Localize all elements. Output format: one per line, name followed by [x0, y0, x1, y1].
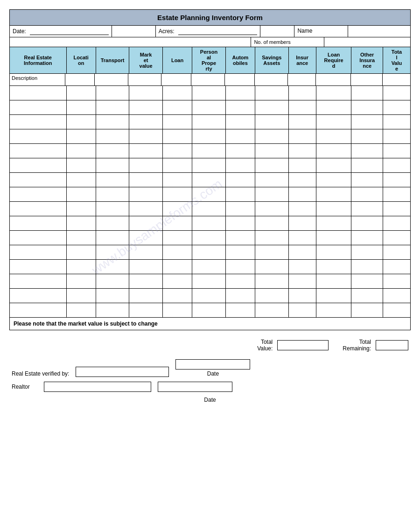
- cell-mktval: [129, 289, 163, 303]
- verified-date-input[interactable]: [175, 359, 250, 370]
- cell-otherins: [351, 187, 383, 201]
- cell-trans: [96, 274, 130, 288]
- cell-personal: [192, 260, 226, 274]
- total-remaining-input[interactable]: [376, 340, 408, 350]
- realtor-input[interactable]: [44, 382, 151, 392]
- cell-ins: [289, 86, 316, 100]
- cell-re: [10, 115, 67, 129]
- acres-label: Acres:: [159, 28, 175, 35]
- cell-total: [383, 231, 410, 245]
- cell-savings: [255, 100, 289, 114]
- note-row: Please note that the market value is sub…: [10, 317, 410, 330]
- spacer-cell: [10, 37, 251, 47]
- cell-otherins: [351, 115, 383, 129]
- cell-re: [10, 274, 67, 288]
- cell-ins: [289, 260, 316, 274]
- cell-ins: [289, 216, 316, 230]
- verified-date-group: Date: [175, 359, 250, 377]
- cell-otherins: [351, 274, 383, 288]
- cell-loan: [163, 245, 192, 259]
- date-input[interactable]: [30, 28, 109, 35]
- cell-re: [10, 231, 67, 245]
- cell-mktval: [129, 86, 163, 100]
- cell-loan: [163, 129, 192, 143]
- name-label: Name: [297, 28, 312, 34]
- verified-input[interactable]: [76, 367, 169, 377]
- col-header-mktval: Marketvalue: [129, 47, 163, 73]
- cell-total: [383, 274, 410, 288]
- cell-loc: [67, 216, 96, 230]
- cell-auto: [226, 216, 255, 230]
- cell-savings: [255, 129, 289, 143]
- cell-loan: [163, 216, 192, 230]
- date-extra-cell: [112, 26, 156, 37]
- desc-otherins: [351, 74, 383, 85]
- desc-loc: [65, 74, 95, 85]
- cell-loanreq: [316, 260, 352, 274]
- col-header-loan: Loan: [163, 47, 192, 73]
- cell-trans: [96, 173, 130, 187]
- cell-savings: [255, 216, 289, 230]
- cell-auto: [226, 100, 255, 114]
- cell-loc: [67, 231, 96, 245]
- cell-loanreq: [316, 144, 352, 158]
- col-header-savings: SavingsAssets: [255, 47, 289, 73]
- cell-loanreq: [316, 173, 352, 187]
- cell-loanreq: [316, 274, 352, 288]
- cell-loc: [67, 158, 96, 172]
- cell-loc: [67, 245, 96, 259]
- cell-mktval: [129, 245, 163, 259]
- table-row: [10, 303, 410, 317]
- table-row: [10, 202, 410, 216]
- col-header-loanreq: LoanRequired: [316, 47, 352, 73]
- cell-re: [10, 202, 67, 216]
- cell-auto: [226, 202, 255, 216]
- table-row: [10, 231, 410, 245]
- cell-personal: [192, 86, 226, 100]
- cell-mktval: [129, 303, 163, 317]
- cell-loanreq: [316, 303, 352, 317]
- cell-ins: [289, 100, 316, 114]
- cell-personal: [192, 216, 226, 230]
- cell-re: [10, 144, 67, 158]
- acres-input[interactable]: [178, 28, 257, 35]
- desc-savings: [255, 74, 288, 85]
- total-value-input[interactable]: [277, 340, 329, 350]
- cell-loan: [163, 173, 192, 187]
- cell-savings: [255, 245, 289, 259]
- cell-mktval: [129, 144, 163, 158]
- cell-total: [383, 289, 410, 303]
- verified-label: Real Estate verified by:: [12, 370, 69, 377]
- table-body: [10, 86, 410, 317]
- cell-re: [10, 216, 67, 230]
- cell-trans: [96, 86, 130, 100]
- cell-loc: [67, 260, 96, 274]
- cell-personal: [192, 289, 226, 303]
- cell-trans: [96, 144, 130, 158]
- cell-trans: [96, 303, 130, 317]
- cell-otherins: [351, 231, 383, 245]
- table-row: [10, 158, 410, 173]
- cell-savings: [255, 144, 289, 158]
- cell-trans: [96, 187, 130, 201]
- col-header-total: TotalValue: [383, 47, 410, 73]
- cell-loan: [163, 202, 192, 216]
- cell-loanreq: [316, 86, 352, 100]
- realtor-input2[interactable]: [158, 382, 232, 392]
- cell-re: [10, 303, 67, 317]
- cell-auto: [226, 173, 255, 187]
- realtor-label: Realtor: [12, 384, 37, 390]
- cell-loan: [163, 100, 192, 114]
- col-header-auto: Automobiles: [226, 47, 255, 73]
- total-value-label: TotalValue:: [257, 339, 273, 352]
- col-header-otherins: OtherInsurance: [351, 47, 383, 73]
- cell-trans: [96, 158, 130, 172]
- cell-mktval: [129, 100, 163, 114]
- col-header-re: Real EstateInformation: [10, 47, 67, 73]
- cell-loc: [67, 129, 96, 143]
- cell-trans: [96, 289, 130, 303]
- cell-personal: [192, 274, 226, 288]
- cell-ins: [289, 129, 316, 143]
- cell-auto: [226, 144, 255, 158]
- table-row: [10, 260, 410, 274]
